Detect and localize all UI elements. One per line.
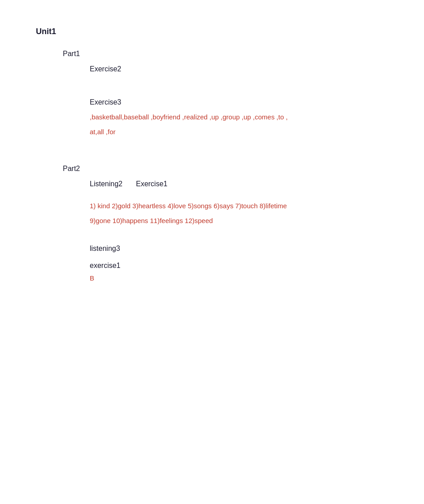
listening3-label: listening3 xyxy=(90,245,388,253)
page: Unit1 Part1 Exercise2 Exercise3 ,basketb… xyxy=(0,0,424,504)
exercise2-label: Exercise2 xyxy=(90,65,388,73)
listening2-exercise1-label: Exercise1 xyxy=(136,180,167,188)
part1-section: Part1 Exercise2 Exercise3 ,basketball,ba… xyxy=(63,50,388,156)
part2-section: Part2 Listening2 Exercise1 1) kind 2)gol… xyxy=(63,165,388,282)
unit-title: Unit1 xyxy=(36,27,388,36)
listening3-section: listening3 xyxy=(90,245,388,253)
exercise3-section: Exercise3 ,basketball,baseball ,boyfrien… xyxy=(90,98,388,138)
listening2-label: Listening2 xyxy=(90,180,122,188)
exercise1-answer: B xyxy=(90,274,388,282)
listening2-section: Listening2 Exercise1 1) kind 2)gold 3)he… xyxy=(90,180,388,227)
listening2-answers-line1: 1) kind 2)gold 3)heartless 4)love 5)song… xyxy=(90,200,388,212)
exercise3-answers-line2: at,all ,for xyxy=(90,126,388,138)
part1-label: Part1 xyxy=(63,50,388,58)
exercise3-label: Exercise3 xyxy=(90,98,388,106)
exercise3-answers-line1: ,basketball,baseball ,boyfriend ,realize… xyxy=(90,111,388,123)
exercise1-label: exercise1 xyxy=(90,262,388,270)
part2-label: Part2 xyxy=(63,165,388,173)
exercise2-section: Exercise2 xyxy=(90,65,388,73)
listening2-exercise1-row: Listening2 Exercise1 xyxy=(90,180,388,193)
exercise1-section: exercise1 B xyxy=(90,262,388,282)
listening2-answers-line2: 9)gone 10)happens 11)feelings 12)speed xyxy=(90,215,388,227)
